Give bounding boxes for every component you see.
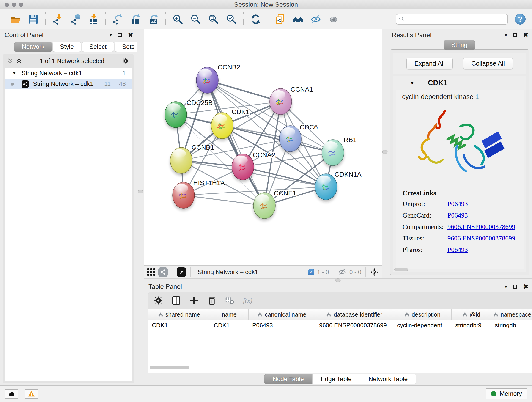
add-column-button[interactable] <box>189 295 200 306</box>
import-table-button[interactable] <box>88 13 99 25</box>
network-node-CCNB2[interactable]: CCNB2 <box>196 64 240 95</box>
results-panel-collapse-icon[interactable]: ▾ <box>505 32 507 38</box>
warnings-button[interactable] <box>25 389 38 399</box>
column-header-namespace[interactable]: namespace <box>491 309 532 320</box>
selected-checkbox-icon[interactable]: ✓ <box>308 269 314 275</box>
help-button[interactable]: ? <box>515 14 526 25</box>
result-entry-header[interactable]: ▼ CDK1 <box>393 76 526 89</box>
crosslink-link[interactable]: 9606.ENSP00000378699 <box>447 223 515 230</box>
save-session-button[interactable] <box>27 13 39 25</box>
table-panel-splitter[interactable] <box>144 279 532 282</box>
column-header-name[interactable]: name <box>210 309 249 320</box>
import-network-file-button[interactable] <box>52 13 64 25</box>
table-cell[interactable]: 9606.ENSP00000378699 <box>316 320 393 331</box>
results-panel-close-icon[interactable]: ✖ <box>523 32 528 38</box>
refresh-layout-button[interactable] <box>250 13 262 25</box>
cloud-status-button[interactable] <box>5 389 18 399</box>
collapse-all-icon[interactable] <box>7 58 13 64</box>
zoom-selected-button[interactable] <box>225 13 237 25</box>
import-network-database-button[interactable] <box>70 13 82 25</box>
maximize-window-button[interactable] <box>19 2 23 7</box>
hidden-eye-icon[interactable] <box>337 268 347 277</box>
control-panel-close-icon[interactable]: ✖ <box>128 32 133 38</box>
results-panel-float-icon[interactable] <box>513 33 517 37</box>
network-node-CCNB1[interactable]: CCNB1 <box>170 144 214 176</box>
table-cell[interactable]: CDK1 <box>210 320 249 331</box>
table-panel-close-icon[interactable]: ✖ <box>523 284 528 290</box>
network-node-HIST1H1A[interactable]: HIST1H1A <box>172 179 225 211</box>
open-session-button[interactable] <box>10 13 22 25</box>
column-header-description[interactable]: description <box>393 309 452 320</box>
control-panel-collapse-icon[interactable]: ▾ <box>109 32 112 38</box>
column-header-canonical-name[interactable]: canonical name <box>249 309 316 320</box>
column-header-shared-name[interactable]: shared name <box>148 309 210 320</box>
close-window-button[interactable] <box>5 2 9 7</box>
network-share-icon[interactable] <box>158 268 168 277</box>
left-splitter-handle[interactable] <box>138 190 143 193</box>
network-node-CDC6[interactable]: CDC6 <box>279 123 318 154</box>
zoom-in-button[interactable] <box>172 13 184 25</box>
show-columns-button[interactable] <box>171 295 182 306</box>
network-edge-HIST1H1A-CCNE1[interactable] <box>184 195 264 206</box>
fit-selected-crosshair-icon[interactable] <box>370 268 379 277</box>
delete-column-button[interactable] <box>206 295 217 306</box>
table-cell[interactable]: P06493 <box>249 320 316 331</box>
crosslink-link[interactable]: P06493 <box>447 211 468 219</box>
tab-network[interactable]: Network <box>14 42 52 52</box>
export-network-button[interactable] <box>112 13 124 25</box>
entry-expand-icon[interactable]: ▼ <box>410 80 415 86</box>
network-node-CDKN1A[interactable]: CDKN1A <box>315 171 361 202</box>
tab-edge-table[interactable]: Edge Table <box>312 374 360 384</box>
search-box[interactable] <box>396 14 508 25</box>
tab-network-table[interactable]: Network Table <box>360 374 416 384</box>
table-row[interactable]: CDK1CDK1P064939606.ENSP00000378699cyclin… <box>148 320 532 331</box>
results-horizontal-scrollbar[interactable] <box>394 268 408 271</box>
search-input[interactable] <box>407 15 507 24</box>
network-collection-row[interactable]: ▼ String Network – cdk1 1 <box>5 68 132 79</box>
tab-node-table[interactable]: Node Table <box>264 374 312 384</box>
column-header-database-identifier[interactable]: database identifier <box>316 309 393 320</box>
network-row-selected[interactable]: String Network – cdk1 11 48 <box>5 79 132 89</box>
control-panel-float-icon[interactable] <box>118 33 122 37</box>
hide-selected-button[interactable] <box>310 13 322 25</box>
crosslink-link[interactable]: P06493 <box>447 246 468 254</box>
table-horizontal-scrollbar[interactable] <box>150 366 189 369</box>
network-node-CDK1[interactable]: CDK1 <box>211 108 249 141</box>
duplicate-network-button[interactable] <box>274 13 286 25</box>
birds-eye-view-icon[interactable] <box>177 268 186 277</box>
memory-button[interactable]: Memory <box>486 389 527 400</box>
network-node-CCNE1[interactable]: CCNE1 <box>253 190 296 221</box>
grid-view-icon[interactable] <box>147 268 155 276</box>
left-splitter[interactable] <box>137 29 144 385</box>
zoom-out-button[interactable] <box>190 13 202 25</box>
tab-style[interactable]: Style <box>52 42 81 52</box>
table-panel-float-icon[interactable] <box>513 285 517 289</box>
column-header--id[interactable]: @id <box>452 309 491 320</box>
show-all-button[interactable] <box>328 13 340 25</box>
table-cell[interactable]: stringdb <box>491 320 532 331</box>
network-edge-CCNB2-CCNA1[interactable] <box>207 80 281 102</box>
table-panel-splitter-handle[interactable] <box>336 279 341 282</box>
expand-all-icon[interactable] <box>16 58 22 64</box>
first-neighbors-button[interactable] <box>292 13 304 25</box>
minimize-window-button[interactable] <box>12 2 16 7</box>
table-settings-button[interactable] <box>153 295 164 306</box>
export-table-button[interactable] <box>130 13 142 25</box>
network-canvas[interactable]: CCNB2CCNA1CDC25BCDK1CDC6RB1CCNB1CCNA2CDK… <box>144 29 382 265</box>
expand-all-button[interactable]: Expand All <box>406 57 453 70</box>
tab-select[interactable]: Select <box>82 42 114 52</box>
network-results-splitter[interactable] <box>382 29 387 279</box>
crosslink-link[interactable]: P06493 <box>447 200 468 208</box>
crosslink-link[interactable]: 9606.ENSP00000378699 <box>447 235 515 242</box>
table-cell[interactable]: CDK1 <box>148 320 210 331</box>
table-cell[interactable]: cyclin-dependent ... <box>393 320 452 331</box>
network-node-RB1[interactable]: RB1 <box>322 136 356 168</box>
collection-expand-icon[interactable]: ▼ <box>12 70 17 76</box>
table-cell[interactable]: stringdb:9... <box>452 320 491 331</box>
tab-string[interactable]: String <box>444 40 475 50</box>
export-image-button[interactable] <box>147 13 159 25</box>
network-options-gear-icon[interactable] <box>122 57 130 65</box>
table-panel-collapse-icon[interactable]: ▾ <box>505 284 507 289</box>
network-results-splitter-handle[interactable] <box>382 150 387 154</box>
collapse-all-button[interactable]: Collapse All <box>463 57 513 70</box>
